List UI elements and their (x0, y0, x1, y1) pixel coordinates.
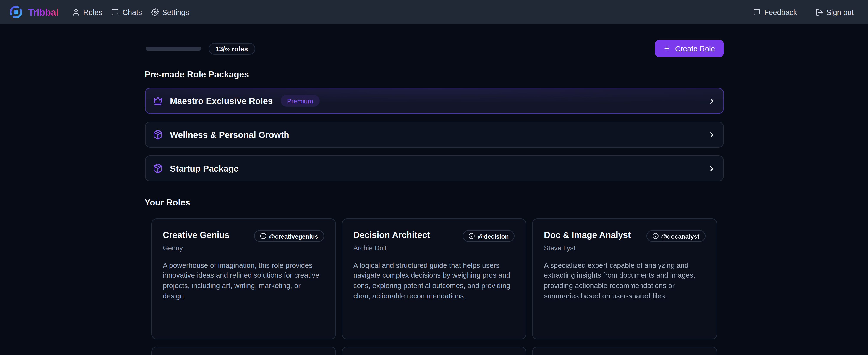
chevron-right-icon (707, 97, 716, 105)
premium-badge: Premium (280, 95, 319, 107)
info-icon (469, 233, 475, 239)
feedback-label: Feedback (764, 8, 797, 16)
info-icon (652, 233, 658, 239)
package-name: Startup Package (170, 164, 239, 173)
role-name: Doc & Image Analyst (544, 230, 631, 241)
packages-section-title: Pre-made Role Packages (145, 69, 723, 79)
role-cards-grid: Creative Genius Genny @creativegenius A … (145, 218, 723, 355)
your-roles-section-title: Your Roles (145, 198, 723, 207)
user-icon (72, 8, 80, 16)
nav-settings-label: Settings (162, 8, 189, 16)
roles-usage-header: 13/∞ roles Create Role (145, 40, 723, 57)
role-handle-badge[interactable]: @docanalyst (646, 230, 705, 242)
role-handle-badge[interactable]: @creativegenius (254, 230, 324, 242)
role-description: A specialized expert capable of analyzin… (544, 261, 705, 301)
info-icon (260, 233, 267, 239)
role-description: A logical and structured guide that help… (353, 261, 515, 301)
tribbai-logo-icon (8, 5, 23, 20)
nav-item-chats[interactable]: Chats (111, 8, 142, 16)
feedback-button[interactable]: Feedback (753, 8, 797, 16)
package-icon (152, 129, 163, 140)
main-content: 13/∞ roles Create Role Pre-made Role Pac… (145, 24, 723, 355)
chevron-right-icon (707, 164, 716, 173)
brand-home-link[interactable]: Tribbai (8, 5, 59, 20)
sign-out-label: Sign out (826, 8, 854, 16)
create-role-button[interactable]: Create Role (655, 40, 723, 57)
sign-out-icon (815, 8, 823, 16)
package-name: Maestro Exclusive Roles (170, 96, 273, 106)
crown-icon (152, 96, 163, 106)
brand-name: Tribbai (28, 6, 59, 18)
role-name: Creative Genius (163, 230, 229, 241)
nav-roles-label: Roles (83, 8, 102, 16)
navbar: Tribbai Roles Chats Settings (0, 0, 868, 24)
package-name: Wellness & Personal Growth (170, 130, 289, 140)
navbar-right: Feedback Sign out (753, 8, 854, 16)
package-row-startup[interactable]: Startup Package (145, 155, 723, 181)
gear-icon (151, 8, 159, 16)
sign-out-button[interactable]: Sign out (815, 8, 854, 16)
role-card-partial[interactable] (532, 347, 717, 355)
role-card-creative-genius[interactable]: Creative Genius Genny @creativegenius A … (151, 218, 336, 339)
card-header: Decision Architect Archie Doit @decision (353, 230, 515, 252)
role-handle-badge[interactable]: @decision (463, 230, 515, 242)
chat-icon (111, 8, 119, 16)
role-handle: @decision (478, 233, 509, 240)
primary-nav: Roles Chats Settings (72, 8, 189, 16)
roles-progress-bar (145, 47, 201, 51)
nav-chats-label: Chats (122, 8, 142, 16)
nav-item-roles[interactable]: Roles (72, 8, 102, 16)
role-card-doc-image-analyst[interactable]: Doc & Image Analyst Steve Lyst @docanaly… (532, 218, 717, 339)
role-card-partial[interactable] (151, 347, 336, 355)
role-persona: Steve Lyst (544, 244, 631, 252)
role-name: Decision Architect (353, 230, 430, 241)
role-card-partial[interactable] (342, 347, 526, 355)
feedback-chat-icon (753, 8, 761, 16)
plus-icon (663, 45, 671, 52)
role-card-decision-architect[interactable]: Decision Architect Archie Doit @decision… (342, 218, 526, 339)
app-root: Tribbai Roles Chats Settings (0, 0, 868, 355)
role-handle: @creativegenius (269, 233, 318, 240)
roles-count-badge: 13/∞ roles (208, 43, 255, 54)
package-list: Maestro Exclusive Roles Premium Wellness… (145, 88, 723, 181)
role-description: A powerhouse of imagination, this role p… (163, 261, 324, 301)
package-icon (152, 163, 163, 174)
package-row-wellness[interactable]: Wellness & Personal Growth (145, 122, 723, 148)
card-header: Creative Genius Genny @creativegenius (163, 230, 324, 252)
create-role-label: Create Role (675, 45, 715, 53)
role-persona: Archie Doit (353, 244, 430, 252)
role-handle: @docanalyst (661, 233, 700, 240)
package-row-maestro[interactable]: Maestro Exclusive Roles Premium (145, 88, 723, 114)
card-header: Doc & Image Analyst Steve Lyst @docanaly… (544, 230, 705, 252)
nav-item-settings[interactable]: Settings (151, 8, 189, 16)
chevron-right-icon (707, 130, 716, 139)
role-persona: Genny (163, 244, 229, 252)
